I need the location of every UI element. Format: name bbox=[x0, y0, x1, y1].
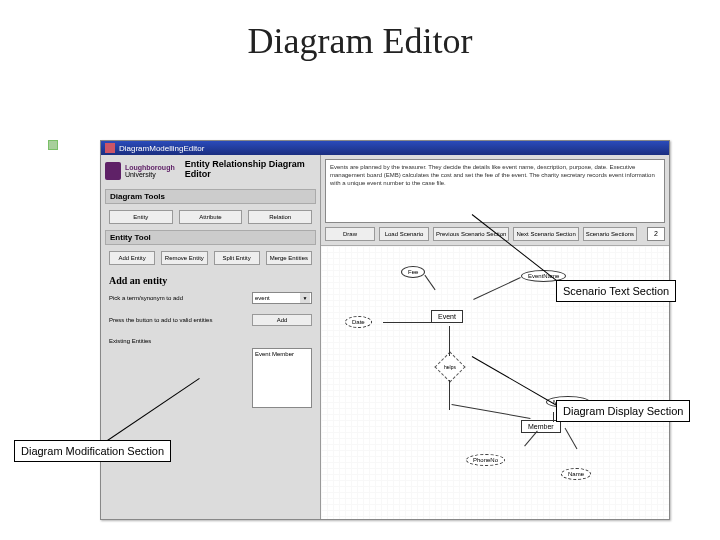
load-scenario-button[interactable]: Load Scenario bbox=[379, 227, 429, 241]
titlebar-text: DiagramModellingEditor bbox=[119, 144, 204, 153]
split-entity-button[interactable]: Split Entity bbox=[214, 251, 260, 265]
logo-text: Loughborough University bbox=[125, 164, 175, 178]
logo-icon bbox=[105, 162, 121, 180]
pick-synonym-label: Pick a term/synonym to add bbox=[109, 295, 248, 301]
tools-head: Diagram Tools bbox=[105, 189, 316, 204]
app-icon bbox=[105, 143, 115, 153]
attr-date[interactable]: Date bbox=[345, 316, 372, 328]
remove-entity-button[interactable]: Remove Entity bbox=[161, 251, 207, 265]
add-hint-label: Press the button to add to valid entitie… bbox=[109, 317, 248, 323]
scenario-text: Events are planned by the treasurer. The… bbox=[325, 159, 665, 223]
app-title: Entity Relationship Diagram Editor bbox=[185, 159, 316, 179]
app-window: DiagramModellingEditor Loughborough Univ… bbox=[100, 140, 670, 520]
logo-row: Loughborough University Entity Relations… bbox=[105, 159, 316, 183]
entity-tool-head: Entity Tool bbox=[105, 230, 316, 245]
relation-tool-button[interactable]: Relation bbox=[248, 210, 312, 224]
attribute-tool-button[interactable]: Attribute bbox=[179, 210, 243, 224]
synonym-select[interactable]: event bbox=[252, 292, 312, 304]
add-entity-head: Add an entity bbox=[105, 271, 316, 290]
callout-modification: Diagram Modification Section bbox=[14, 440, 171, 462]
titlebar: DiagramModellingEditor bbox=[101, 141, 669, 155]
right-pane: Events are planned by the treasurer. The… bbox=[321, 155, 669, 519]
existing-entities-list[interactable]: Event Member bbox=[252, 348, 312, 408]
entity-tool-button[interactable]: Entity bbox=[109, 210, 173, 224]
callout-scenario-text: Scenario Text Section bbox=[556, 280, 676, 302]
scenario-sections-button[interactable]: Scenario Sections bbox=[583, 227, 637, 241]
callout-diagram-display: Diagram Display Section bbox=[556, 400, 690, 422]
bullet-icon bbox=[48, 140, 58, 150]
attr-name[interactable]: Name bbox=[561, 468, 591, 480]
entity-member[interactable]: Member bbox=[521, 420, 561, 433]
next-section-button[interactable]: Next Scenario Section bbox=[513, 227, 578, 241]
entity-event[interactable]: Event bbox=[431, 310, 463, 323]
draw-button[interactable]: Draw bbox=[325, 227, 375, 241]
add-button[interactable]: Add bbox=[252, 314, 312, 326]
attr-phoneno[interactable]: PhoneNo bbox=[466, 454, 505, 466]
attr-fee[interactable]: Fee bbox=[401, 266, 425, 278]
rel-helps[interactable]: helps bbox=[434, 351, 465, 382]
merge-entities-button[interactable]: Merge Entities bbox=[266, 251, 312, 265]
add-entity-button[interactable]: Add Entity bbox=[109, 251, 155, 265]
existing-label: Existing Entities bbox=[105, 336, 316, 346]
section-number-spinner[interactable]: 2 bbox=[647, 227, 665, 241]
slide-title: Diagram Editor bbox=[0, 20, 720, 62]
left-pane: Loughborough University Entity Relations… bbox=[101, 155, 321, 519]
